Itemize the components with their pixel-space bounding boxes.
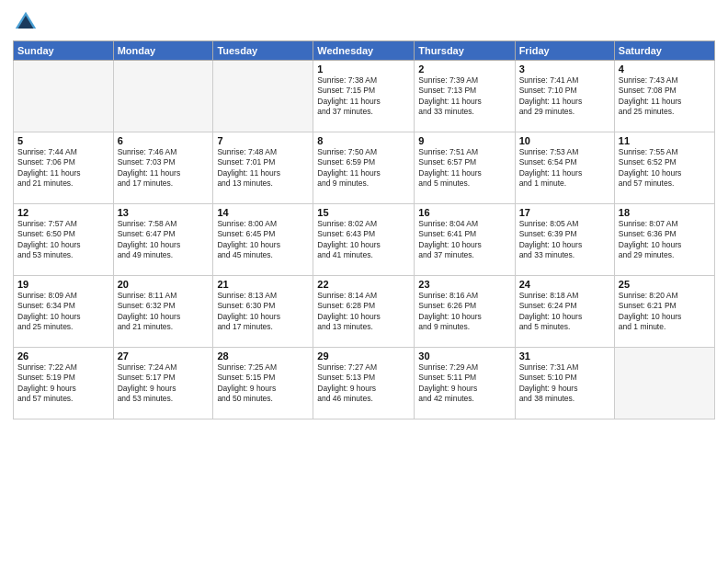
weekday-header-friday: Friday — [515, 41, 614, 61]
day-number: 30 — [418, 350, 510, 362]
day-info: Sunrise: 7:31 AM Sunset: 5:10 PM Dayligh… — [519, 362, 610, 405]
calendar-cell: 18Sunrise: 8:07 AM Sunset: 6:36 PM Dayli… — [614, 204, 714, 276]
calendar-cell: 27Sunrise: 7:24 AM Sunset: 5:17 PM Dayli… — [113, 348, 213, 419]
day-number: 10 — [519, 135, 610, 146]
calendar-cell: 10Sunrise: 7:53 AM Sunset: 6:54 PM Dayli… — [515, 132, 614, 204]
calendar-cell: 31Sunrise: 7:31 AM Sunset: 5:10 PM Dayli… — [515, 348, 614, 419]
calendar-cell: 3Sunrise: 7:41 AM Sunset: 7:10 PM Daylig… — [515, 61, 614, 132]
day-number: 29 — [317, 350, 410, 362]
week-row-0: 1Sunrise: 7:38 AM Sunset: 7:15 PM Daylig… — [14, 61, 715, 132]
calendar-cell: 23Sunrise: 8:16 AM Sunset: 6:26 PM Dayli… — [415, 276, 515, 348]
calendar-cell: 12Sunrise: 7:57 AM Sunset: 6:50 PM Dayli… — [14, 204, 114, 276]
calendar-cell: 29Sunrise: 7:27 AM Sunset: 5:13 PM Dayli… — [313, 348, 415, 419]
day-number: 1 — [317, 63, 410, 75]
day-number: 4 — [619, 63, 711, 75]
day-info: Sunrise: 8:05 AM Sunset: 6:39 PM Dayligh… — [519, 219, 610, 261]
day-number: 31 — [519, 350, 610, 362]
day-info: Sunrise: 8:20 AM Sunset: 6:21 PM Dayligh… — [619, 291, 711, 333]
day-info: Sunrise: 7:24 AM Sunset: 5:17 PM Dayligh… — [118, 362, 210, 405]
calendar-cell — [614, 348, 714, 419]
logo-icon — [13, 9, 39, 35]
weekday-header-sunday: Sunday — [14, 41, 114, 61]
day-number: 16 — [418, 207, 510, 218]
day-info: Sunrise: 7:58 AM Sunset: 6:47 PM Dayligh… — [118, 219, 210, 261]
day-info: Sunrise: 7:51 AM Sunset: 6:57 PM Dayligh… — [418, 147, 510, 190]
day-number: 23 — [418, 279, 510, 290]
calendar-cell: 20Sunrise: 8:11 AM Sunset: 6:32 PM Dayli… — [113, 276, 213, 348]
weekday-header-wednesday: Wednesday — [313, 41, 415, 61]
day-number: 15 — [317, 207, 410, 218]
day-info: Sunrise: 8:13 AM Sunset: 6:30 PM Dayligh… — [217, 291, 309, 333]
day-info: Sunrise: 7:41 AM Sunset: 7:10 PM Dayligh… — [519, 75, 610, 118]
calendar-cell: 1Sunrise: 7:38 AM Sunset: 7:15 PM Daylig… — [313, 61, 415, 132]
day-info: Sunrise: 7:39 AM Sunset: 7:13 PM Dayligh… — [418, 75, 510, 118]
day-info: Sunrise: 7:38 AM Sunset: 7:15 PM Dayligh… — [317, 75, 410, 118]
day-info: Sunrise: 8:11 AM Sunset: 6:32 PM Dayligh… — [118, 291, 210, 333]
weekday-header-row: SundayMondayTuesdayWednesdayThursdayFrid… — [14, 41, 715, 61]
header — [13, 9, 715, 35]
calendar-cell: 19Sunrise: 8:09 AM Sunset: 6:34 PM Dayli… — [14, 276, 114, 348]
day-info: Sunrise: 7:50 AM Sunset: 6:59 PM Dayligh… — [317, 147, 410, 190]
day-number: 25 — [619, 279, 711, 290]
week-row-2: 12Sunrise: 7:57 AM Sunset: 6:50 PM Dayli… — [14, 204, 715, 276]
day-info: Sunrise: 7:25 AM Sunset: 5:15 PM Dayligh… — [217, 362, 309, 405]
week-row-4: 26Sunrise: 7:22 AM Sunset: 5:19 PM Dayli… — [14, 348, 715, 419]
calendar-cell — [213, 61, 313, 132]
week-row-3: 19Sunrise: 8:09 AM Sunset: 6:34 PM Dayli… — [14, 276, 715, 348]
calendar-cell: 5Sunrise: 7:44 AM Sunset: 7:06 PM Daylig… — [14, 132, 114, 204]
weekday-header-monday: Monday — [113, 41, 213, 61]
weekday-header-saturday: Saturday — [614, 41, 714, 61]
weekday-header-thursday: Thursday — [415, 41, 515, 61]
calendar-table: SundayMondayTuesdayWednesdayThursdayFrid… — [13, 40, 715, 419]
day-number: 12 — [17, 207, 109, 218]
day-number: 14 — [217, 207, 309, 218]
day-number: 24 — [519, 279, 610, 290]
day-info: Sunrise: 8:07 AM Sunset: 6:36 PM Dayligh… — [619, 219, 711, 261]
calendar-cell: 24Sunrise: 8:18 AM Sunset: 6:24 PM Dayli… — [515, 276, 614, 348]
calendar-cell: 17Sunrise: 8:05 AM Sunset: 6:39 PM Dayli… — [515, 204, 614, 276]
calendar-cell: 2Sunrise: 7:39 AM Sunset: 7:13 PM Daylig… — [415, 61, 515, 132]
calendar-cell: 4Sunrise: 7:43 AM Sunset: 7:08 PM Daylig… — [614, 61, 714, 132]
day-info: Sunrise: 7:29 AM Sunset: 5:11 PM Dayligh… — [418, 362, 510, 405]
calendar-cell: 8Sunrise: 7:50 AM Sunset: 6:59 PM Daylig… — [313, 132, 415, 204]
day-number: 22 — [317, 279, 410, 290]
day-number: 6 — [118, 135, 210, 146]
day-info: Sunrise: 7:55 AM Sunset: 6:52 PM Dayligh… — [619, 147, 711, 190]
calendar-cell: 30Sunrise: 7:29 AM Sunset: 5:11 PM Dayli… — [415, 348, 515, 419]
day-number: 18 — [619, 207, 711, 218]
day-info: Sunrise: 7:27 AM Sunset: 5:13 PM Dayligh… — [317, 362, 410, 405]
day-info: Sunrise: 8:09 AM Sunset: 6:34 PM Dayligh… — [17, 291, 109, 333]
day-number: 13 — [118, 207, 210, 218]
week-row-1: 5Sunrise: 7:44 AM Sunset: 7:06 PM Daylig… — [14, 132, 715, 204]
day-info: Sunrise: 8:14 AM Sunset: 6:28 PM Dayligh… — [317, 291, 410, 333]
day-number: 7 — [217, 135, 309, 146]
day-number: 20 — [118, 279, 210, 290]
calendar-cell — [14, 61, 114, 132]
day-info: Sunrise: 7:46 AM Sunset: 7:03 PM Dayligh… — [118, 147, 210, 190]
weekday-header-tuesday: Tuesday — [213, 41, 313, 61]
day-number: 2 — [418, 63, 510, 75]
day-info: Sunrise: 8:02 AM Sunset: 6:43 PM Dayligh… — [317, 219, 410, 261]
day-number: 21 — [217, 279, 309, 290]
day-info: Sunrise: 7:48 AM Sunset: 7:01 PM Dayligh… — [217, 147, 309, 190]
calendar-cell: 16Sunrise: 8:04 AM Sunset: 6:41 PM Dayli… — [415, 204, 515, 276]
calendar-cell: 15Sunrise: 8:02 AM Sunset: 6:43 PM Dayli… — [313, 204, 415, 276]
day-info: Sunrise: 8:18 AM Sunset: 6:24 PM Dayligh… — [519, 291, 610, 333]
day-info: Sunrise: 8:00 AM Sunset: 6:45 PM Dayligh… — [217, 219, 309, 261]
day-info: Sunrise: 7:57 AM Sunset: 6:50 PM Dayligh… — [17, 219, 109, 261]
day-number: 3 — [519, 63, 610, 75]
page: SundayMondayTuesdayWednesdayThursdayFrid… — [0, 0, 728, 563]
calendar-cell: 28Sunrise: 7:25 AM Sunset: 5:15 PM Dayli… — [213, 348, 313, 419]
calendar-cell — [113, 61, 213, 132]
calendar-cell: 25Sunrise: 8:20 AM Sunset: 6:21 PM Dayli… — [614, 276, 714, 348]
day-info: Sunrise: 8:16 AM Sunset: 6:26 PM Dayligh… — [418, 291, 510, 333]
calendar-cell: 21Sunrise: 8:13 AM Sunset: 6:30 PM Dayli… — [213, 276, 313, 348]
day-number: 17 — [519, 207, 610, 218]
day-number: 8 — [317, 135, 410, 146]
calendar-cell: 7Sunrise: 7:48 AM Sunset: 7:01 PM Daylig… — [213, 132, 313, 204]
day-number: 5 — [17, 135, 109, 146]
calendar-cell: 26Sunrise: 7:22 AM Sunset: 5:19 PM Dayli… — [14, 348, 114, 419]
day-number: 27 — [118, 350, 210, 362]
day-number: 19 — [17, 279, 109, 290]
calendar-cell: 14Sunrise: 8:00 AM Sunset: 6:45 PM Dayli… — [213, 204, 313, 276]
